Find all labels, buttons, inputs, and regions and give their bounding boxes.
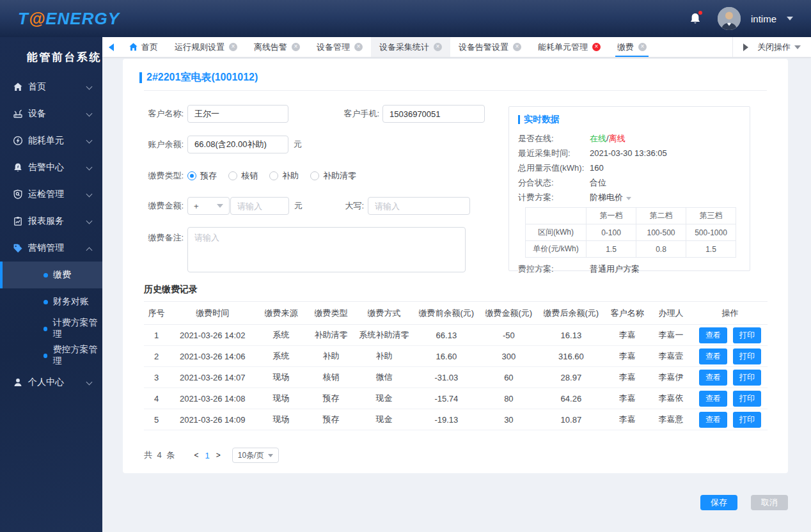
- chevron-down-icon: [87, 165, 92, 170]
- realtime-data-panel: 实时数据 是否在线: 在线/离线 最近采集时间: 2021-03-30 13:3…: [508, 106, 750, 271]
- tabs-scroll-right-icon[interactable]: [743, 43, 748, 51]
- view-button[interactable]: 查看: [699, 391, 727, 407]
- tab-device-management[interactable]: 设备管理: [308, 37, 371, 57]
- prev-page-icon[interactable]: <: [190, 451, 202, 460]
- customer-name-input[interactable]: [187, 105, 288, 123]
- sidebar-subitem-finance-reconciliation[interactable]: 财务对账: [0, 288, 102, 315]
- notifications-button[interactable]: [687, 10, 704, 27]
- page-number[interactable]: 1: [202, 451, 212, 460]
- payment-card: 2#2201室电表(1001012) 客户名称: 客户手机: 账户余额: 元 缴…: [123, 59, 788, 473]
- tab-payment[interactable]: 缴费: [609, 37, 655, 57]
- radio-circle-icon: [310, 171, 319, 180]
- tab-device-collect-stats[interactable]: 设备采集统计: [371, 37, 450, 57]
- sidebar-item-energy-units[interactable]: 能耗单元: [0, 127, 102, 154]
- title-accent-bar: [139, 72, 142, 83]
- sidebar-item-marketing[interactable]: 营销管理: [0, 235, 102, 262]
- chevron-down-icon: [87, 84, 92, 90]
- username-label[interactable]: intime: [751, 13, 776, 24]
- sidebar-item-home[interactable]: 首页: [0, 74, 102, 100]
- sidebar-item-devices[interactable]: 设备: [0, 100, 102, 127]
- customer-phone-input[interactable]: [382, 105, 485, 123]
- tabs: 首页 运行规则设置 离线告警 设备管理 设备采集统计 设备告警设置: [120, 37, 732, 57]
- bullet-dot-icon: [43, 273, 48, 278]
- cancel-button[interactable]: 取消: [751, 495, 788, 510]
- account-balance-input[interactable]: [187, 136, 288, 153]
- close-icon[interactable]: [354, 43, 363, 51]
- history-table: 序号 缴费时间 缴费来源 缴费类型 缴费方式 缴费前余额(元) 缴费金额(元) …: [144, 302, 768, 430]
- radio-subsidy-clear[interactable]: 补助清零: [310, 170, 356, 182]
- bullet-dot-icon: [43, 354, 47, 358]
- fee-control-plan-row: 费控方案: 普通用户方案: [518, 262, 741, 276]
- remark-textarea[interactable]: [187, 227, 466, 272]
- view-button[interactable]: 查看: [699, 370, 727, 386]
- sidebar-item-personal-center[interactable]: 个人中心: [0, 369, 102, 396]
- notification-badge: [698, 11, 702, 15]
- top-header: T@ENERGY intime: [0, 0, 811, 37]
- home-icon: [129, 42, 138, 52]
- table-header-row: 序号 缴费时间 缴费来源 缴费类型 缴费方式 缴费前余额(元) 缴费金额(元) …: [144, 302, 768, 325]
- sidebar-subitem-payment[interactable]: 缴费: [0, 262, 102, 288]
- chevron-down-icon: [87, 138, 92, 143]
- print-button[interactable]: 打印: [733, 370, 761, 386]
- view-button[interactable]: 查看: [699, 348, 727, 364]
- chevron-down-icon: [794, 45, 801, 49]
- print-button[interactable]: 打印: [733, 327, 761, 343]
- close-icon[interactable]: [229, 43, 237, 51]
- close-operations-dropdown[interactable]: 关闭操作: [757, 42, 807, 53]
- avatar-image: [718, 7, 741, 30]
- close-icon[interactable]: [638, 43, 647, 51]
- close-icon[interactable]: [292, 43, 300, 51]
- footer-actions: 保存 取消: [700, 495, 788, 510]
- tab-device-alarm-settings[interactable]: 设备告警设置: [450, 37, 530, 57]
- print-button[interactable]: 打印: [733, 348, 761, 364]
- sidebar-subitem-fee-control-plan[interactable]: 费控方案管理: [0, 342, 102, 369]
- sidebar: 能管前台系统 首页 设备 能耗单元 告警中心 运检管理: [0, 37, 102, 532]
- energy-icon: [13, 136, 24, 146]
- tabs-scroll-left-icon[interactable]: [109, 43, 114, 51]
- sidebar-subitem-billing-plan[interactable]: 计费方案管理: [0, 315, 102, 342]
- billing-plan-dropdown[interactable]: 阶梯电价: [590, 190, 631, 205]
- tab-energy-unit-management[interactable]: 能耗单元管理: [530, 37, 609, 57]
- main-content: 2#2201室电表(1001012) 客户名称: 客户手机: 账户余额: 元 缴…: [102, 57, 811, 532]
- chevron-down-icon: [87, 219, 92, 224]
- radio-writeoff[interactable]: 核销: [228, 170, 258, 182]
- form-row-pay-type: 缴费类型: 预存 核销 补助 补助清零: [144, 170, 368, 182]
- user-menu-caret-icon[interactable]: [787, 17, 793, 20]
- table-row: 3 2021-03-26 14:07 现场 核销 微信 -31.03 60 28…: [144, 367, 768, 388]
- amount-input[interactable]: [230, 197, 289, 215]
- bullet-dot-icon: [43, 327, 47, 331]
- radio-prepay[interactable]: 预存: [187, 170, 217, 182]
- table-row: 1 2021-03-26 14:02 系统 补助清零 系统补助清零 66.13 …: [144, 325, 768, 346]
- marketing-tag-icon: [13, 243, 24, 254]
- tier-price-table: 第一档 第二档 第三档 区间(kWh) 0-100 100-500 500-10…: [525, 207, 736, 258]
- amount-in-words-input[interactable]: [368, 197, 470, 215]
- home-icon: [13, 82, 24, 93]
- sidebar-item-alarm-center[interactable]: 告警中心: [0, 154, 102, 181]
- sidebar-item-inspection[interactable]: 运检管理: [0, 181, 102, 208]
- view-button[interactable]: 查看: [699, 412, 727, 428]
- amount-sign-select[interactable]: +: [187, 197, 230, 215]
- app-root: T@ENERGY intime 能管前台系统 首页: [0, 0, 811, 532]
- tab-offline-alarm[interactable]: 离线告警: [246, 37, 308, 57]
- next-page-icon[interactable]: >: [212, 451, 224, 460]
- tab-home[interactable]: 首页: [120, 37, 166, 57]
- close-icon[interactable]: [513, 43, 521, 51]
- user-avatar[interactable]: [718, 7, 741, 30]
- switch-state-row: 分合状态: 合位: [518, 175, 741, 190]
- close-icon[interactable]: [434, 43, 442, 51]
- user-icon: [13, 377, 24, 388]
- save-button[interactable]: 保存: [700, 495, 737, 510]
- radio-circle-icon: [187, 171, 196, 180]
- view-button[interactable]: 查看: [699, 327, 727, 343]
- table-row: 5 2021-03-26 14:09 现场 预存 现金 -19.13 30 10…: [144, 409, 768, 430]
- tab-run-rules[interactable]: 运行规则设置: [166, 37, 246, 57]
- close-icon-red[interactable]: [592, 43, 601, 51]
- page-size-select[interactable]: 10条/页: [232, 448, 280, 463]
- radio-subsidy[interactable]: 补助: [269, 170, 299, 182]
- form-row-amount: 缴费金额: + 元 大写:: [144, 197, 470, 215]
- sidebar-item-reports[interactable]: 报表服务: [0, 208, 102, 235]
- collect-time-row: 最近采集时间: 2021-03-30 13:36:05: [518, 146, 741, 160]
- online-status: 在线: [590, 134, 606, 143]
- print-button[interactable]: 打印: [733, 391, 761, 407]
- print-button[interactable]: 打印: [733, 412, 761, 428]
